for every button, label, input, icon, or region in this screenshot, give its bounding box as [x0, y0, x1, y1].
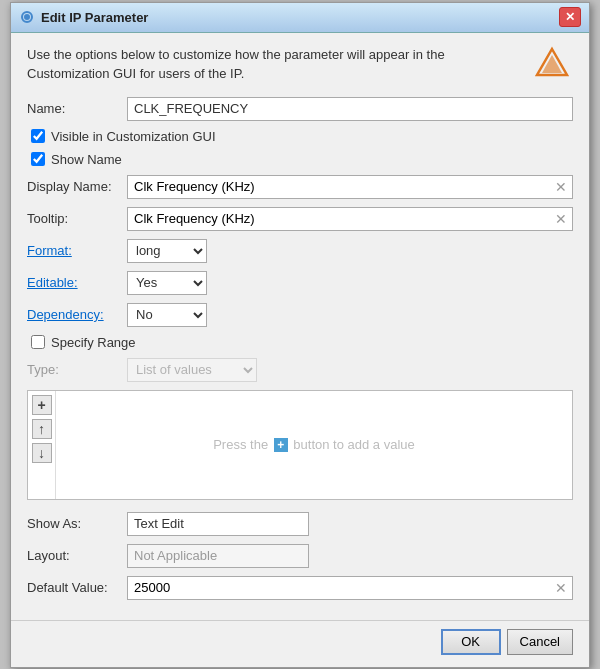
description-row: Use the options below to customize how t…: [27, 45, 573, 85]
specify-range-checkbox[interactable]: [31, 335, 45, 349]
description-text: Use the options below to customize how t…: [27, 45, 525, 84]
editable-row: Editable: Yes No: [27, 271, 573, 295]
type-row: Type: List of values Range of values: [27, 358, 573, 382]
default-value-input[interactable]: [128, 578, 552, 597]
show-as-label: Show As:: [27, 516, 127, 531]
display-name-field: ✕: [127, 175, 573, 199]
svg-marker-3: [542, 55, 562, 73]
tooltip-clear-icon[interactable]: ✕: [552, 210, 570, 228]
move-down-button[interactable]: ↓: [32, 443, 52, 463]
tooltip-row: Tooltip: ✕: [27, 207, 573, 231]
layout-label: Layout:: [27, 548, 127, 563]
default-value-field: ✕: [127, 576, 573, 600]
editable-label[interactable]: Editable:: [27, 275, 127, 290]
dependency-select[interactable]: No Yes: [127, 303, 207, 327]
show-name-row: Show Name: [27, 152, 573, 167]
specify-range-row: Specify Range: [27, 335, 573, 350]
type-label: Type:: [27, 362, 127, 377]
default-value-clear-icon[interactable]: ✕: [552, 579, 570, 597]
default-value-label: Default Value:: [27, 580, 127, 595]
layout-input[interactable]: [127, 544, 309, 568]
format-row: Format: long short float boolean bitStri…: [27, 239, 573, 263]
visible-checkbox[interactable]: [31, 129, 45, 143]
name-input[interactable]: [127, 97, 573, 121]
name-row: Name:: [27, 97, 573, 121]
brand-icon: [533, 45, 573, 85]
move-up-button[interactable]: ↑: [32, 419, 52, 439]
dialog-content: Use the options below to customize how t…: [11, 33, 589, 620]
format-label[interactable]: Format:: [27, 243, 127, 258]
show-as-row: Show As:: [27, 512, 573, 536]
visible-row: Visible in Customization GUI: [27, 129, 573, 144]
type-select[interactable]: List of values Range of values: [127, 358, 257, 382]
dependency-label[interactable]: Dependency:: [27, 307, 127, 322]
inline-plus-icon: +: [274, 438, 288, 452]
specify-range-label: Specify Range: [51, 335, 136, 350]
format-select[interactable]: long short float boolean bitString: [127, 239, 207, 263]
bottom-buttons: OK Cancel: [11, 620, 589, 667]
visible-label: Visible in Customization GUI: [51, 129, 216, 144]
values-controls: + ↑ ↓: [28, 391, 56, 499]
show-name-label: Show Name: [51, 152, 122, 167]
default-value-row: Default Value: ✕: [27, 576, 573, 600]
close-button[interactable]: ✕: [559, 7, 581, 27]
show-name-checkbox[interactable]: [31, 152, 45, 166]
values-area: Press the + button to add a value: [56, 391, 572, 499]
display-name-clear-icon[interactable]: ✕: [552, 178, 570, 196]
svg-point-0: [24, 14, 30, 20]
values-box: + ↑ ↓ Press the + button to add a value: [27, 390, 573, 500]
editable-select[interactable]: Yes No: [127, 271, 207, 295]
layout-row: Layout:: [27, 544, 573, 568]
dependency-row: Dependency: No Yes: [27, 303, 573, 327]
display-name-label: Display Name:: [27, 179, 127, 194]
values-placeholder-text: Press the + button to add a value: [213, 437, 415, 453]
title-bar-left: Edit IP Parameter: [19, 9, 148, 25]
display-name-input[interactable]: [128, 177, 552, 196]
title-bar: Edit IP Parameter ✕: [11, 3, 589, 33]
ok-button[interactable]: OK: [441, 629, 501, 655]
add-value-button[interactable]: +: [32, 395, 52, 415]
name-label: Name:: [27, 101, 127, 116]
tooltip-label: Tooltip:: [27, 211, 127, 226]
cancel-button[interactable]: Cancel: [507, 629, 573, 655]
display-name-row: Display Name: ✕: [27, 175, 573, 199]
dialog-title: Edit IP Parameter: [41, 10, 148, 25]
dialog-icon: [19, 9, 35, 25]
tooltip-field: ✕: [127, 207, 573, 231]
tooltip-input[interactable]: [128, 209, 552, 228]
show-as-input[interactable]: [127, 512, 309, 536]
edit-ip-parameter-dialog: Edit IP Parameter ✕ Use the options belo…: [10, 2, 590, 668]
